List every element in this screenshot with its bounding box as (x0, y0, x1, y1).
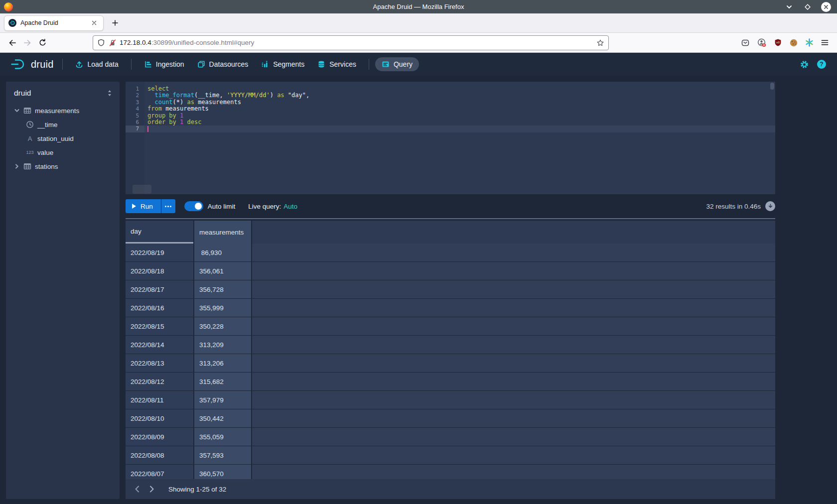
editor-line-6[interactable]: 6order by 1 desc (126, 119, 775, 126)
nav-item-query[interactable]: Query (375, 57, 419, 71)
bookmark-star-icon[interactable] (596, 39, 604, 47)
account-profile-icon[interactable] (757, 38, 767, 48)
cell-measurements[interactable]: 360,570 (194, 465, 251, 479)
nav-item-segments[interactable]: Segments (255, 57, 311, 71)
row-filler (252, 280, 775, 298)
cell-measurements[interactable]: 313,206 (194, 354, 251, 372)
chevron-right-icon[interactable] (14, 163, 20, 169)
auto-limit-toggle[interactable] (184, 201, 203, 211)
tree-item-measurements[interactable]: measurements (6, 104, 120, 118)
reload-button-icon[interactable] (35, 35, 50, 50)
druid-header-bar: druid Load dataIngestionDatasourcesSegme… (0, 53, 837, 76)
settings-gear-icon[interactable] (800, 60, 809, 69)
url-input[interactable]: 172.18.0.4:30899/unified-console.html#qu… (120, 39, 596, 46)
cell-measurements[interactable]: 357,593 (194, 446, 251, 464)
cell-day[interactable]: 2022/08/10 (126, 409, 193, 427)
editor-line-2[interactable]: 2 time_format(__time, 'YYYY/MM/dd') as "… (126, 92, 775, 99)
chevron-down-icon[interactable] (14, 108, 20, 114)
column-header-day[interactable]: day (126, 221, 193, 244)
pagination-label: Showing 1-25 of 32 (168, 486, 226, 493)
column-header-measurements[interactable]: measurements (194, 221, 251, 244)
shield-icon[interactable] (97, 39, 105, 47)
previous-page-icon[interactable] (130, 482, 144, 497)
tree-item-station-uuid[interactable]: Astation_uuid (6, 131, 120, 145)
cell-day[interactable]: 2022/08/15 (126, 317, 193, 335)
editor-line-number: 7 (126, 126, 144, 132)
double-caret-vertical-icon[interactable] (107, 90, 113, 97)
run-button[interactable]: Run (126, 199, 161, 213)
pocket-icon[interactable] (741, 38, 750, 47)
cell-measurements[interactable]: 350,228 (194, 317, 251, 335)
menu-hamburger-icon[interactable] (821, 38, 829, 47)
nav-item-ingestion[interactable]: Ingestion (138, 57, 191, 71)
editor-horizontal-scrollbar[interactable] (133, 185, 151, 194)
help-icon[interactable]: ? (817, 60, 826, 69)
forward-button-icon[interactable] (20, 35, 35, 50)
row-filler (252, 299, 775, 317)
asterisk-extension-icon[interactable] (805, 38, 814, 47)
table-row: 2022/08/18356,061 (126, 262, 775, 280)
cell-measurements[interactable]: 315,682 (194, 373, 251, 390)
editor-line-code: time_format(__time, 'YYYY/MM/dd') as "da… (144, 92, 775, 99)
back-button-icon[interactable] (5, 35, 20, 50)
cell-day[interactable]: 2022/08/07 (126, 465, 193, 479)
cell-measurements[interactable]: 86,930 (194, 244, 251, 261)
cell-day[interactable]: 2022/08/19 (126, 244, 193, 261)
table-row: 2022/08/09355,059 (126, 428, 775, 446)
cell-day[interactable]: 2022/08/11 (126, 391, 193, 409)
browser-tab-apache-druid[interactable]: Apache Druid (4, 15, 104, 31)
nav-item-datasources[interactable]: Datasources (191, 57, 255, 71)
window-close-icon[interactable] (821, 2, 831, 12)
cell-day[interactable]: 2022/08/17 (126, 280, 193, 298)
cell-day[interactable]: 2022/08/08 (126, 446, 193, 464)
cell-measurements[interactable]: 355,059 (194, 428, 251, 446)
url-bar[interactable]: 172.18.0.4:30899/unified-console.html#qu… (93, 35, 609, 50)
window-minimize-icon[interactable] (784, 2, 794, 12)
editor-line-3[interactable]: 3 count(*) as measurements (126, 99, 775, 106)
auto-limit-label[interactable]: Auto limit (208, 203, 236, 210)
insecure-lock-icon[interactable] (109, 39, 117, 47)
druid-logo[interactable]: druid (7, 58, 56, 71)
cell-day[interactable]: 2022/08/16 (126, 299, 193, 317)
table-row: 2022/08/07360,570 (126, 465, 775, 479)
nav-item-load-data[interactable]: Load data (69, 57, 125, 71)
editor-line-5[interactable]: 5group by 1 (126, 113, 775, 119)
ublock-origin-icon[interactable]: u0 (774, 38, 782, 47)
tree-item-value[interactable]: 123value (6, 145, 120, 159)
brand-name: druid (31, 59, 53, 70)
cell-day[interactable]: 2022/08/12 (126, 373, 193, 390)
cookie-extension-icon[interactable] (789, 38, 798, 47)
cell-measurements[interactable]: 357,979 (194, 391, 251, 409)
run-more-options-button[interactable] (161, 199, 175, 213)
editor-line-number: 4 (126, 106, 144, 112)
nav-item-services[interactable]: Services (311, 57, 363, 71)
cell-measurements[interactable]: 355,999 (194, 299, 251, 317)
live-query-value-link[interactable]: Auto (283, 203, 297, 210)
editor-line-1[interactable]: 1select (126, 86, 775, 92)
editor-line-number: 2 (126, 92, 144, 99)
cell-measurements[interactable]: 356,728 (194, 280, 251, 298)
new-tab-button[interactable] (108, 15, 123, 30)
editor-line-4[interactable]: 4from measurements (126, 106, 775, 112)
editor-line-7[interactable]: 7 (126, 126, 775, 132)
tab-close-icon[interactable] (89, 18, 99, 28)
cell-measurements[interactable]: 356,061 (194, 262, 251, 280)
cell-day[interactable]: 2022/08/14 (126, 336, 193, 354)
nav-item-label: Segments (273, 60, 304, 68)
cell-day[interactable]: 2022/08/09 (126, 428, 193, 446)
nav-item-label: Datasources (209, 60, 249, 68)
tree-item-label: __time (37, 121, 58, 128)
cell-measurements[interactable]: 313,209 (194, 336, 251, 354)
row-filler (252, 465, 775, 479)
browser-toolbar: 172.18.0.4:30899/unified-console.html#qu… (0, 33, 837, 53)
cell-measurements[interactable]: 350,442 (194, 409, 251, 427)
cell-day[interactable]: 2022/08/18 (126, 262, 193, 280)
window-maximize-icon[interactable] (803, 2, 813, 12)
url-host: 172.18.0.4 (120, 39, 151, 46)
cell-day[interactable]: 2022/08/13 (126, 354, 193, 372)
tree-item--time[interactable]: __time (6, 118, 120, 131)
download-results-icon[interactable] (765, 201, 775, 211)
next-page-icon[interactable] (144, 482, 159, 497)
tree-item-stations[interactable]: stations (6, 159, 120, 173)
sql-editor[interactable]: 1select2 time_format(__time, 'YYYY/MM/dd… (126, 82, 775, 194)
